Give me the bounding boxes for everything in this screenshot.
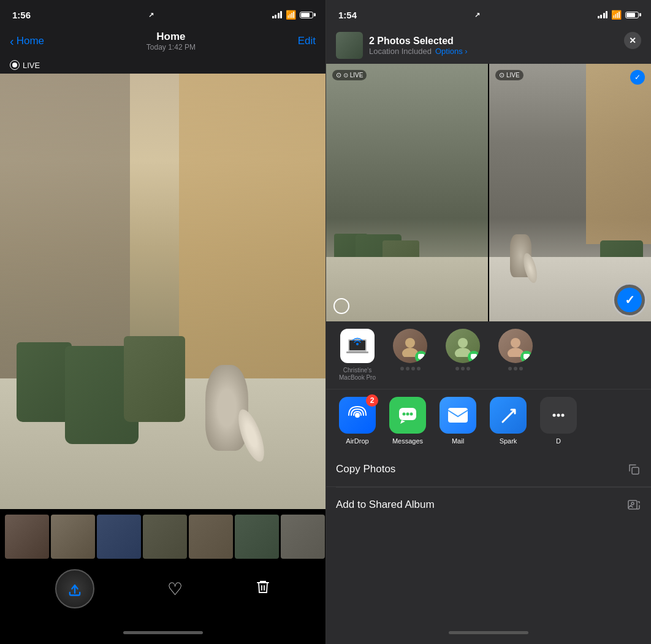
share-button[interactable] [55, 569, 94, 608]
macbook-label: Christine'sMacBook Pro [339, 367, 376, 381]
spark-arrow [498, 405, 519, 426]
svg-point-3 [356, 343, 359, 345]
svg-rect-2 [356, 339, 359, 340]
airdrop-badge-count: 2 [370, 396, 375, 405]
svg-rect-4 [346, 351, 368, 353]
select-circle-checked[interactable]: ✓ [608, 278, 651, 321]
messages-badge-2 [415, 351, 427, 363]
add-shared-album-item[interactable]: Add to Shared Album [326, 488, 651, 522]
avatar-3 [446, 329, 480, 363]
home-bar [123, 631, 203, 634]
delete-button[interactable] [256, 579, 270, 599]
live-icon-1: ⊙ [336, 71, 341, 79]
photo-cell-1-bg [326, 64, 488, 321]
svg-rect-7 [418, 354, 424, 359]
time-right: 1:54 [338, 10, 357, 20]
back-button[interactable]: ‹ Home [10, 34, 44, 48]
live-text-2: LIVE [506, 72, 520, 79]
live-badge-1: ⊙ ⊙ LIVE [332, 70, 367, 80]
copy-icon [626, 462, 641, 477]
thumb-5[interactable] [189, 515, 233, 559]
live-text-1: ⊙ LIVE [343, 72, 363, 79]
more-dots [548, 405, 569, 426]
thumb-1[interactable] [5, 515, 49, 559]
thumb-4[interactable] [143, 515, 187, 559]
select-circle-1[interactable] [333, 298, 349, 314]
thumb-2[interactable] [51, 515, 95, 559]
photos-selected-title: 2 Photos Selected [369, 36, 624, 47]
svg-point-8 [458, 338, 468, 348]
photo-cell-1[interactable]: ⊙ ⊙ LIVE [326, 64, 488, 321]
right-phone: 1:54 ↗ 📶 2 Photos Selected Locatio [326, 0, 651, 644]
bottom-toolbar-left: ♡ [0, 564, 326, 626]
more-icon [540, 397, 577, 434]
live-badge: LIVE [0, 55, 326, 74]
home-indicator-right [326, 626, 651, 644]
airdrop-waves [346, 404, 368, 426]
thumbnail-strip[interactable] [0, 509, 326, 564]
bar4 [280, 11, 282, 18]
share-header-text: 2 Photos Selected Location Included Opti… [369, 36, 624, 56]
close-button[interactable]: ✕ [624, 32, 641, 49]
airdrop-label: AirDrop [346, 437, 368, 445]
more-action[interactable]: D [537, 397, 580, 445]
check-inner: ✓ [617, 288, 642, 312]
svg-point-17 [406, 412, 409, 415]
arrow-left: ↗ [148, 11, 154, 19]
trash-icon [256, 579, 270, 595]
thumb-3[interactable] [97, 515, 141, 559]
photo-subtitle: Today 1:42 PM [147, 43, 196, 52]
bar2 [275, 15, 276, 18]
contact-macbook[interactable]: Christine'sMacBook Pro [336, 329, 379, 381]
shared-album-icon [626, 497, 641, 512]
svg-rect-19 [448, 408, 468, 423]
live-icon-2: ⊙ [499, 71, 504, 79]
share-list: Copy Photos Add to Shared Album [326, 452, 651, 626]
spark-icon [490, 397, 527, 434]
photo-cell-2[interactable]: ⊙ LIVE ✓ ✓ [489, 64, 651, 321]
bar1 [272, 16, 274, 18]
copy-photos-item[interactable]: Copy Photos [326, 452, 651, 487]
msg-icon [417, 353, 425, 361]
svg-point-5 [405, 338, 415, 348]
airdrop-badge: 2 [366, 394, 378, 407]
edit-button[interactable]: Edit [298, 35, 316, 47]
msg-icon-4 [523, 353, 530, 361]
contact-2-dots [398, 367, 423, 370]
svg-point-20 [553, 413, 556, 416]
heart-button[interactable]: ♡ [167, 579, 183, 599]
airdrop-action[interactable]: 2 AirDrop [336, 397, 379, 445]
messages-label: Messages [392, 437, 423, 445]
messages-bubble [397, 404, 419, 426]
more-label: D [556, 437, 561, 445]
battery-fill-right [626, 13, 635, 17]
thumb-6[interactable] [235, 515, 279, 559]
messages-icon [389, 397, 426, 434]
status-bar-right: 1:54 ↗ 📶 [326, 0, 651, 27]
macbook-icon-svg [346, 334, 369, 358]
contact-3[interactable] [441, 329, 484, 381]
thumb-7[interactable] [281, 515, 325, 559]
messages-action[interactable]: Messages [386, 397, 429, 445]
mail-icon [440, 397, 476, 434]
battery-left [300, 12, 313, 18]
options-button[interactable]: Options › [435, 47, 468, 56]
spark-action[interactable]: Spark [487, 397, 530, 445]
mail-action[interactable]: Mail [436, 397, 479, 445]
svg-point-16 [403, 412, 406, 415]
share-thumbnail [336, 32, 363, 59]
photo-grid[interactable]: ⊙ ⊙ LIVE ⊙ LIVE [326, 64, 651, 321]
share-header: 2 Photos Selected Location Included Opti… [326, 27, 651, 64]
status-icons-right: 📶 [598, 10, 639, 20]
wifi-icon-left: 📶 [286, 10, 296, 20]
svg-point-11 [511, 338, 520, 348]
status-icons-left: 📶 [272, 10, 314, 20]
contact-2[interactable] [389, 329, 432, 381]
share-info: 2 Photos Selected Location Included Opti… [336, 32, 624, 59]
share-actions-row: 2 AirDrop Messages [326, 389, 651, 452]
back-label: Home [17, 35, 44, 47]
svg-point-25 [631, 502, 634, 505]
contact-3-dots [453, 367, 473, 370]
contact-4[interactable] [494, 329, 537, 381]
main-photo[interactable] [0, 74, 326, 509]
